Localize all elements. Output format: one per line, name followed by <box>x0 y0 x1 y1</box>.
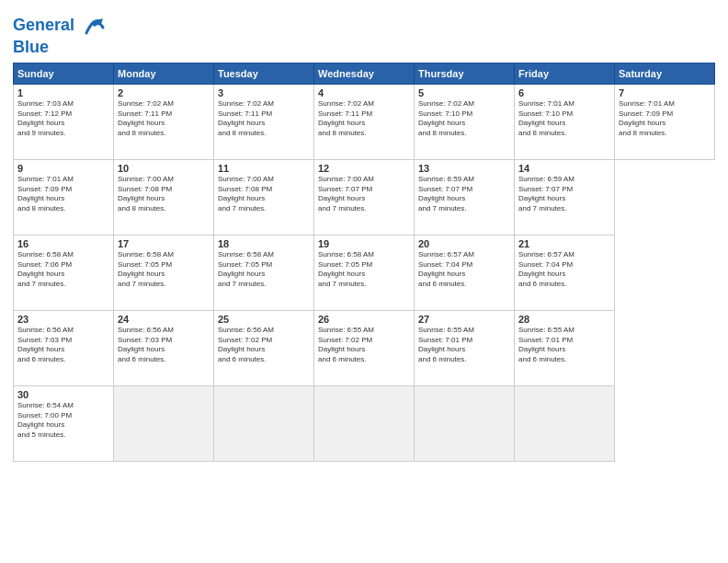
calendar-cell <box>114 385 214 461</box>
day-number: 26 <box>318 314 410 325</box>
logo-text: General <box>13 13 107 39</box>
day-info: Sunrise: 7:01 AMSunset: 7:10 PMDaylight … <box>518 99 610 139</box>
day-number: 10 <box>118 163 210 174</box>
day-number: 5 <box>418 87 510 98</box>
day-number: 17 <box>118 238 210 249</box>
day-info: Sunrise: 6:58 AMSunset: 7:05 PMDaylight … <box>118 250 210 290</box>
week-row-2: 16Sunrise: 6:58 AMSunset: 7:06 PMDayligh… <box>14 235 715 310</box>
day-info: Sunrise: 6:59 AMSunset: 7:07 PMDaylight … <box>418 175 510 214</box>
day-info: Sunrise: 6:57 AMSunset: 7:04 PMDaylight … <box>418 250 510 290</box>
day-info: Sunrise: 7:02 AMSunset: 7:11 PMDaylight … <box>118 99 210 139</box>
logo-icon <box>81 13 107 39</box>
calendar-body: 1Sunrise: 7:03 AMSunset: 7:12 PMDaylight… <box>14 84 715 461</box>
day-of-week-row: SundayMondayTuesdayWednesdayThursdayFrid… <box>14 63 715 84</box>
week-row-4: 30Sunrise: 6:54 AMSunset: 7:00 PMDayligh… <box>14 385 715 461</box>
calendar-cell: 1Sunrise: 7:03 AMSunset: 7:12 PMDaylight… <box>14 84 114 159</box>
day-info: Sunrise: 6:54 AMSunset: 7:00 PMDaylight … <box>17 401 109 441</box>
day-number: 3 <box>218 87 310 98</box>
calendar-cell: 2Sunrise: 7:02 AMSunset: 7:11 PMDaylight… <box>114 84 214 159</box>
day-info: Sunrise: 6:56 AMSunset: 7:03 PMDaylight … <box>118 326 210 365</box>
day-info: Sunrise: 6:55 AMSunset: 7:02 PMDaylight … <box>318 326 410 365</box>
calendar-cell <box>314 385 415 461</box>
calendar-cell: 4Sunrise: 7:02 AMSunset: 7:11 PMDaylight… <box>314 84 415 159</box>
day-number: 18 <box>218 238 310 249</box>
day-info: Sunrise: 6:55 AMSunset: 7:01 PMDaylight … <box>418 326 510 365</box>
calendar-cell: 27Sunrise: 6:55 AMSunset: 7:01 PMDayligh… <box>415 310 515 385</box>
day-info: Sunrise: 6:57 AMSunset: 7:04 PMDaylight … <box>518 250 610 290</box>
day-number: 2 <box>118 87 210 98</box>
day-info: Sunrise: 6:59 AMSunset: 7:07 PMDaylight … <box>518 175 610 214</box>
calendar-cell: 28Sunrise: 6:55 AMSunset: 7:01 PMDayligh… <box>515 310 615 385</box>
day-number: 21 <box>518 238 610 249</box>
calendar-cell: 17Sunrise: 6:58 AMSunset: 7:05 PMDayligh… <box>114 235 214 310</box>
day-info: Sunrise: 7:02 AMSunset: 7:10 PMDaylight … <box>418 99 510 139</box>
day-number: 4 <box>318 87 410 98</box>
day-info: Sunrise: 6:56 AMSunset: 7:02 PMDaylight … <box>218 326 310 365</box>
col-header-sunday: Sunday <box>14 63 114 84</box>
day-number: 25 <box>218 314 310 325</box>
calendar-table: SundayMondayTuesdayWednesdayThursdayFrid… <box>13 63 715 462</box>
day-number: 19 <box>318 238 410 249</box>
col-header-tuesday: Tuesday <box>214 63 314 84</box>
col-header-wednesday: Wednesday <box>314 63 415 84</box>
day-number: 1 <box>17 87 109 98</box>
logo: General Blue <box>13 13 107 57</box>
col-header-friday: Friday <box>515 63 615 84</box>
day-info: Sunrise: 7:01 AMSunset: 7:09 PMDaylight … <box>17 175 109 214</box>
col-header-thursday: Thursday <box>415 63 515 84</box>
col-header-saturday: Saturday <box>615 63 715 84</box>
day-number: 24 <box>118 314 210 325</box>
calendar-cell: 20Sunrise: 6:57 AMSunset: 7:04 PMDayligh… <box>415 235 515 310</box>
day-info: Sunrise: 7:00 AMSunset: 7:07 PMDaylight … <box>318 175 410 214</box>
calendar-cell: 11Sunrise: 7:00 AMSunset: 7:08 PMDayligh… <box>214 159 314 235</box>
calendar-cell: 18Sunrise: 6:58 AMSunset: 7:05 PMDayligh… <box>214 235 314 310</box>
calendar-cell: 30Sunrise: 6:54 AMSunset: 7:00 PMDayligh… <box>14 385 114 461</box>
calendar-cell: 21Sunrise: 6:57 AMSunset: 7:04 PMDayligh… <box>515 235 615 310</box>
day-info: Sunrise: 7:00 AMSunset: 7:08 PMDaylight … <box>118 175 210 214</box>
calendar-cell: 12Sunrise: 7:00 AMSunset: 7:07 PMDayligh… <box>314 159 415 235</box>
day-number: 13 <box>418 163 510 174</box>
day-number: 30 <box>17 389 109 400</box>
day-number: 23 <box>17 314 109 325</box>
day-number: 11 <box>218 163 310 174</box>
calendar-cell: 10Sunrise: 7:00 AMSunset: 7:08 PMDayligh… <box>114 159 214 235</box>
logo-text2: Blue <box>13 39 107 57</box>
col-header-monday: Monday <box>114 63 214 84</box>
day-info: Sunrise: 7:02 AMSunset: 7:11 PMDaylight … <box>218 99 310 139</box>
calendar-cell: 23Sunrise: 6:56 AMSunset: 7:03 PMDayligh… <box>14 310 114 385</box>
day-info: Sunrise: 6:58 AMSunset: 7:06 PMDaylight … <box>17 250 109 290</box>
week-row-3: 23Sunrise: 6:56 AMSunset: 7:03 PMDayligh… <box>14 310 715 385</box>
calendar-cell: 19Sunrise: 6:58 AMSunset: 7:05 PMDayligh… <box>314 235 415 310</box>
calendar-cell <box>415 385 515 461</box>
calendar-cell: 9Sunrise: 7:01 AMSunset: 7:09 PMDaylight… <box>14 159 114 235</box>
day-info: Sunrise: 7:02 AMSunset: 7:11 PMDaylight … <box>318 99 410 139</box>
day-info: Sunrise: 6:55 AMSunset: 7:01 PMDaylight … <box>518 326 610 365</box>
calendar-cell: 5Sunrise: 7:02 AMSunset: 7:10 PMDaylight… <box>415 84 515 159</box>
header: General Blue <box>13 9 715 57</box>
calendar-cell: 25Sunrise: 6:56 AMSunset: 7:02 PMDayligh… <box>214 310 314 385</box>
day-number: 12 <box>318 163 410 174</box>
day-number: 28 <box>518 314 610 325</box>
day-number: 14 <box>518 163 610 174</box>
calendar-cell <box>515 385 615 461</box>
calendar-cell: 24Sunrise: 6:56 AMSunset: 7:03 PMDayligh… <box>114 310 214 385</box>
day-number: 27 <box>418 314 510 325</box>
day-number: 9 <box>17 163 109 174</box>
day-info: Sunrise: 7:01 AMSunset: 7:09 PMDaylight … <box>619 99 711 139</box>
calendar-cell: 3Sunrise: 7:02 AMSunset: 7:11 PMDaylight… <box>214 84 314 159</box>
calendar-cell: 7Sunrise: 7:01 AMSunset: 7:09 PMDaylight… <box>615 84 715 159</box>
calendar-cell: 16Sunrise: 6:58 AMSunset: 7:06 PMDayligh… <box>14 235 114 310</box>
day-info: Sunrise: 7:00 AMSunset: 7:08 PMDaylight … <box>218 175 310 214</box>
calendar-cell: 14Sunrise: 6:59 AMSunset: 7:07 PMDayligh… <box>515 159 615 235</box>
week-row-0: 1Sunrise: 7:03 AMSunset: 7:12 PMDaylight… <box>14 84 715 159</box>
day-info: Sunrise: 6:56 AMSunset: 7:03 PMDaylight … <box>17 326 109 365</box>
day-number: 16 <box>17 238 109 249</box>
page: General Blue SundayMondayTuesdayWednesda… <box>0 0 728 563</box>
day-number: 6 <box>518 87 610 98</box>
calendar-cell: 26Sunrise: 6:55 AMSunset: 7:02 PMDayligh… <box>314 310 415 385</box>
calendar-cell: 13Sunrise: 6:59 AMSunset: 7:07 PMDayligh… <box>415 159 515 235</box>
day-number: 7 <box>619 87 711 98</box>
day-info: Sunrise: 7:03 AMSunset: 7:12 PMDaylight … <box>17 99 109 139</box>
calendar-cell <box>214 385 314 461</box>
day-info: Sunrise: 6:58 AMSunset: 7:05 PMDaylight … <box>318 250 410 290</box>
